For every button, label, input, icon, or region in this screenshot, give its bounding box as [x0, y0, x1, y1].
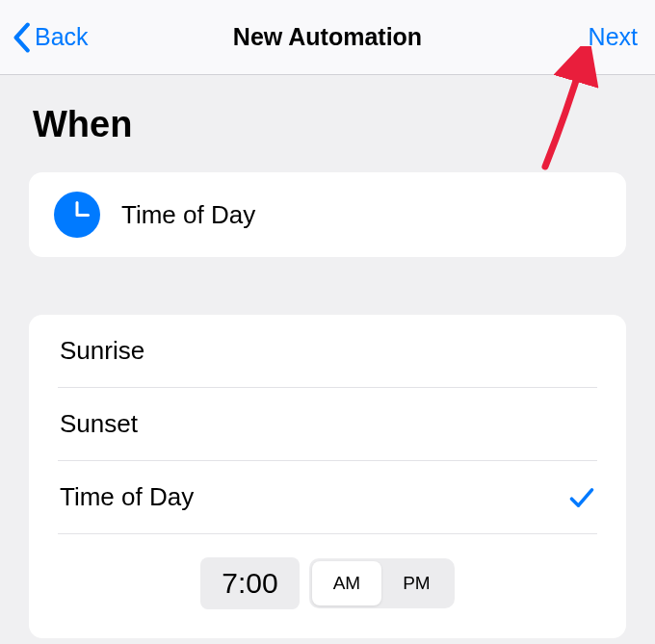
clock-icon	[54, 192, 100, 238]
ampm-segmented-control[interactable]: AM PM	[309, 558, 455, 608]
option-label: Sunrise	[60, 336, 144, 366]
checkmark-icon	[568, 484, 595, 511]
option-sunrise[interactable]: Sunrise	[58, 315, 597, 388]
summary-row[interactable]: Time of Day	[29, 172, 626, 257]
page-title: New Automation	[233, 23, 422, 51]
next-button[interactable]: Next	[589, 23, 638, 51]
ampm-pm[interactable]: PM	[381, 561, 452, 605]
section-header-when: When	[29, 104, 626, 145]
option-time-of-day[interactable]: Time of Day	[58, 461, 597, 534]
summary-card: Time of Day	[29, 172, 626, 257]
option-sunset[interactable]: Sunset	[58, 388, 597, 461]
content-area: When Time of Day Sunrise Sunset Time of …	[0, 75, 655, 638]
summary-label: Time of Day	[121, 200, 255, 230]
ampm-am[interactable]: AM	[312, 561, 382, 605]
navigation-bar: Back New Automation Next	[0, 0, 655, 75]
option-label: Sunset	[60, 409, 138, 439]
time-picker: 7:00 AM PM	[58, 534, 597, 638]
option-label: Time of Day	[60, 482, 194, 512]
options-card: Sunrise Sunset Time of Day 7:00 AM PM	[29, 315, 626, 638]
chevron-left-icon	[12, 22, 31, 53]
time-value[interactable]: 7:00	[200, 557, 299, 609]
back-button[interactable]: Back	[12, 22, 89, 53]
back-label: Back	[35, 23, 89, 51]
